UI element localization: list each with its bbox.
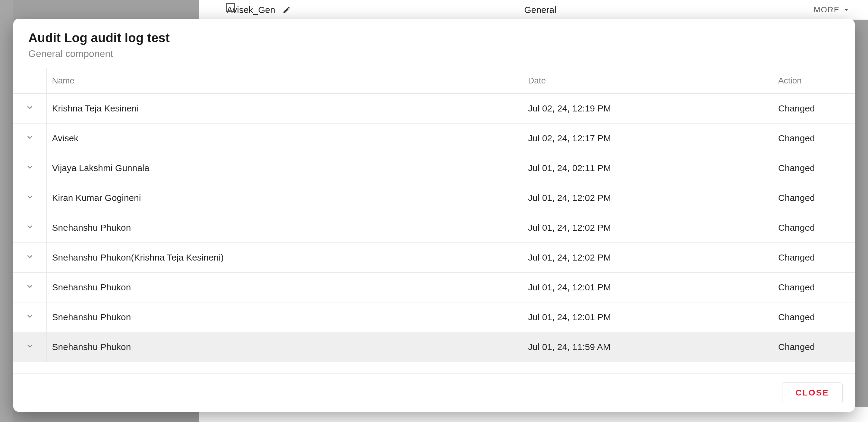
expand-cell[interactable] [13,124,46,153]
cell-action: Changed [773,124,855,153]
bg-item-type: General [279,5,802,15]
chevron-down-icon [26,133,34,141]
table-row[interactable]: AvisekJul 02, 24, 12:17 PMChanged [13,124,855,153]
cell-date: Jul 01, 24, 12:01 PM [523,302,773,332]
col-date[interactable]: Date [523,68,773,94]
cell-action: Changed [773,183,855,213]
chevron-down-icon [26,193,34,201]
chevron-down-icon [26,163,34,171]
expand-cell[interactable] [13,153,46,183]
modal-footer: CLOSE [13,374,855,412]
cell-name: Snehanshu Phukon [46,272,523,302]
chevron-down-icon [26,342,34,350]
more-button[interactable]: MORE [814,5,850,14]
chevron-down-icon [26,283,34,290]
table-row[interactable]: Snehanshu PhukonJul 01, 24, 12:01 PMChan… [13,302,855,332]
col-name[interactable]: Name [46,68,523,94]
cell-action: Changed [773,243,855,272]
table-row[interactable]: Snehanshu PhukonJul 01, 24, 12:02 PMChan… [13,213,855,243]
expand-cell[interactable] [13,183,46,213]
left-rail [0,0,13,422]
modal-body[interactable]: Name Date Action Krishna Teja KesineniJu… [13,68,855,374]
cell-date: Jul 01, 24, 12:01 PM [523,272,773,302]
expand-cell[interactable] [13,213,46,243]
audit-log-table: Name Date Action Krishna Teja KesineniJu… [13,68,855,362]
expand-cell[interactable] [13,302,46,332]
table-row[interactable]: Kiran Kumar GogineniJul 01, 24, 12:02 PM… [13,183,855,213]
table-row[interactable]: Snehanshu PhukonJul 01, 24, 12:01 PMChan… [13,272,855,302]
cell-date: Jul 01, 24, 11:59 AM [523,332,773,362]
cell-name: Avisek [46,124,523,153]
chevron-down-icon [26,223,34,231]
modal-title: Audit Log audit log test [28,31,840,45]
cell-date: Jul 01, 24, 12:02 PM [523,243,773,272]
table-header-row: Name Date Action [13,68,855,94]
bg-list-row: Avisek_Gen General MORE [199,0,868,20]
cell-action: Changed [773,302,855,332]
cell-name: Snehanshu Phukon [46,213,523,243]
row-checkbox[interactable] [226,3,235,12]
cell-date: Jul 02, 24, 12:17 PM [523,124,773,153]
chevron-down-icon [843,6,850,13]
col-action[interactable]: Action [773,68,855,94]
cell-date: Jul 01, 24, 02:11 PM [523,153,773,183]
cell-date: Jul 01, 24, 12:02 PM [523,213,773,243]
cell-name: Snehanshu Phukon [46,332,523,362]
cell-action: Changed [773,94,855,124]
close-button[interactable]: CLOSE [782,382,843,403]
chevron-down-icon [26,253,34,261]
cell-name: Snehanshu Phukon(Krishna Teja Kesineni) [46,243,523,272]
cell-date: Jul 01, 24, 12:02 PM [523,183,773,213]
expand-cell[interactable] [13,94,46,124]
col-expander [13,68,46,94]
cell-date: Jul 02, 24, 12:19 PM [523,94,773,124]
table-row[interactable]: Vijaya Lakshmi GunnalaJul 01, 24, 02:11 … [13,153,855,183]
cell-action: Changed [773,153,855,183]
table-row[interactable]: Snehanshu Phukon(Krishna Teja Kesineni)J… [13,243,855,272]
expand-cell[interactable] [13,243,46,272]
cell-name: Krishna Teja Kesineni [46,94,523,124]
more-label: MORE [814,5,840,14]
table-row[interactable]: Krishna Teja KesineniJul 02, 24, 12:19 P… [13,94,855,124]
cell-action: Changed [773,213,855,243]
chevron-down-icon [26,312,34,320]
cell-name: Snehanshu Phukon [46,302,523,332]
cell-name: Vijaya Lakshmi Gunnala [46,153,523,183]
modal-subtitle: General component [28,48,840,59]
cell-name: Kiran Kumar Gogineni [46,183,523,213]
audit-log-modal: Audit Log audit log test General compone… [13,19,855,412]
expand-cell[interactable] [13,332,46,362]
expand-cell[interactable] [13,272,46,302]
table-row[interactable]: Snehanshu PhukonJul 01, 24, 11:59 AMChan… [13,332,855,362]
chevron-down-icon [26,104,34,111]
modal-header: Audit Log audit log test General compone… [13,19,855,68]
cell-action: Changed [773,272,855,302]
cell-action: Changed [773,332,855,362]
